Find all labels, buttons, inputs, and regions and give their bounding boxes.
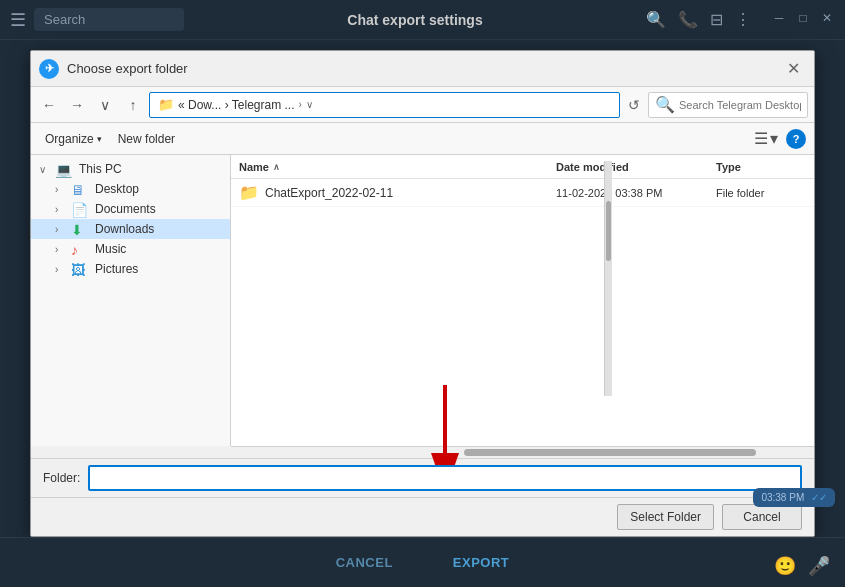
col-type-label: Type xyxy=(716,161,741,173)
documents-icon: 📄 xyxy=(71,202,89,216)
view-icon: ☰ xyxy=(754,129,768,148)
phone-icon[interactable]: 📞 xyxy=(678,10,698,29)
downloads-chevron-icon: › xyxy=(55,224,69,235)
help-button[interactable]: ? xyxy=(786,129,806,149)
file-list: Name ∧ Date modified Type 📁 ChatExport_2… xyxy=(231,155,814,446)
app-topbar: ☰ Search Chat export settings 🔍 📞 ⊟ ⋮ ─ … xyxy=(0,0,845,40)
nav-item-pictures[interactable]: › 🖼 Pictures xyxy=(31,259,230,279)
view-chevron-icon: ▾ xyxy=(770,129,778,148)
app-title: Chat export settings xyxy=(192,12,638,28)
desktop-chevron-icon: › xyxy=(55,184,69,195)
dialog-close-button[interactable]: ✕ xyxy=(781,57,806,80)
nav-item-downloads[interactable]: › ⬇ Downloads xyxy=(31,219,230,239)
app-bottom-bar: CANCEL EXPORT 🙂 🎤 xyxy=(0,537,845,587)
toolbar: Organize ▾ New folder ☰ ▾ ? xyxy=(31,123,814,155)
path-text: « Dow... › Telegram ... xyxy=(178,98,295,112)
nav-item-documents[interactable]: › 📄 Documents xyxy=(31,199,230,219)
file-folder-icon: 📁 xyxy=(239,183,259,202)
desktop-icon: 🖥 xyxy=(71,182,89,196)
nav-dropdown-button[interactable]: ∨ xyxy=(93,93,117,117)
file-type: File folder xyxy=(716,187,806,199)
folder-input-area: Folder: xyxy=(31,458,814,497)
col-name-header: Name ∧ xyxy=(239,161,556,173)
nav-item-this-pc[interactable]: ∨ 💻 This PC xyxy=(31,159,230,179)
dialog-buttons: Select Folder Cancel xyxy=(31,497,814,536)
search-placeholder: Search xyxy=(44,12,85,27)
horizontal-scrollbar[interactable] xyxy=(231,446,814,458)
path-folder-icon: 📁 xyxy=(158,97,174,112)
organize-button[interactable]: Organize ▾ xyxy=(39,130,108,148)
refresh-button[interactable]: ↺ xyxy=(628,97,640,113)
more-icon[interactable]: ⋮ xyxy=(735,10,751,29)
file-row[interactable]: 📁 ChatExport_2022-02-11 11-02-2022 03:38… xyxy=(231,179,814,207)
nav-back-button[interactable]: ← xyxy=(37,93,61,117)
scroll-thumb xyxy=(464,449,756,456)
documents-label: Documents xyxy=(95,202,156,216)
microphone-icon[interactable]: 🎤 xyxy=(808,555,830,577)
emoji-icon[interactable]: 🙂 xyxy=(774,555,796,577)
nav-panel: ∨ 💻 This PC › 🖥 Desktop › 📄 Documents › … xyxy=(31,155,231,446)
search-box-dialog[interactable]: 🔍 xyxy=(648,92,808,118)
downloads-label: Downloads xyxy=(95,222,154,236)
desktop-label: Desktop xyxy=(95,182,139,196)
chat-checkmarks: ✓✓ xyxy=(811,492,827,503)
select-folder-button[interactable]: Select Folder xyxy=(617,504,714,530)
nav-up-button[interactable]: ↑ xyxy=(121,93,145,117)
chat-bubble: 03:38 PM ✓✓ xyxy=(753,488,835,507)
action-icons: 🔍 📞 ⊟ ⋮ xyxy=(646,10,751,29)
pictures-label: Pictures xyxy=(95,262,138,276)
file-date-modified: 11-02-2022 03:38 PM xyxy=(556,187,716,199)
hamburger-icon[interactable]: ☰ xyxy=(10,9,26,31)
file-name: ChatExport_2022-02-11 xyxy=(265,186,556,200)
nav-item-desktop[interactable]: › 🖥 Desktop xyxy=(31,179,230,199)
layout-icon[interactable]: ⊟ xyxy=(710,10,723,29)
this-pc-chevron-icon: ∨ xyxy=(39,164,53,175)
organize-label: Organize xyxy=(45,132,94,146)
col-name-label: Name xyxy=(239,161,269,173)
dialog-title: Choose export folder xyxy=(67,61,781,76)
music-label: Music xyxy=(95,242,126,256)
minimize-button[interactable]: ─ xyxy=(771,10,787,26)
col-date-label: Date modified xyxy=(556,161,629,173)
dialog-titlebar: ✈ Choose export folder ✕ xyxy=(31,51,814,87)
pictures-icon: 🖼 xyxy=(71,262,89,276)
documents-chevron-icon: › xyxy=(55,204,69,215)
search-icon[interactable]: 🔍 xyxy=(646,10,666,29)
path-dropdown-icon[interactable]: ∨ xyxy=(306,99,313,110)
sort-arrow-icon: ∧ xyxy=(273,162,280,172)
dialog-content: ∨ 💻 This PC › 🖥 Desktop › 📄 Documents › … xyxy=(31,155,814,446)
bottom-right-icons: 🙂 🎤 xyxy=(774,555,830,577)
folder-input[interactable] xyxy=(88,465,802,491)
cancel-dialog-button[interactable]: Cancel xyxy=(722,504,802,530)
this-pc-label: This PC xyxy=(79,162,122,176)
folder-label: Folder: xyxy=(43,471,80,485)
nav-forward-button[interactable]: → xyxy=(65,93,89,117)
path-chevron-icon: › xyxy=(299,99,302,110)
search-icon-dialog: 🔍 xyxy=(655,95,675,114)
maximize-button[interactable]: □ xyxy=(795,10,811,26)
col-type-header: Type xyxy=(716,161,806,173)
organize-chevron-icon: ▾ xyxy=(97,134,102,144)
cancel-button[interactable]: CANCEL xyxy=(336,555,393,570)
search-box[interactable]: Search xyxy=(34,8,184,31)
new-folder-label: New folder xyxy=(118,132,175,146)
folder-input-wrapper xyxy=(88,465,802,491)
this-pc-icon: 💻 xyxy=(55,162,73,176)
close-button[interactable]: ✕ xyxy=(819,10,835,26)
address-bar: ← → ∨ ↑ 📁 « Dow... › Telegram ... › ∨ ↺ … xyxy=(31,87,814,123)
view-button[interactable]: ☰ ▾ xyxy=(750,127,782,150)
new-folder-button[interactable]: New folder xyxy=(112,130,181,148)
address-path[interactable]: 📁 « Dow... › Telegram ... › ∨ xyxy=(149,92,620,118)
downloads-icon: ⬇ xyxy=(71,222,89,236)
music-icon: ♪ xyxy=(71,242,89,256)
nav-item-music[interactable]: › ♪ Music xyxy=(31,239,230,259)
chat-time: 03:38 PM xyxy=(761,492,804,503)
file-list-header: Name ∧ Date modified Type xyxy=(231,155,814,179)
music-chevron-icon: › xyxy=(55,244,69,255)
export-button[interactable]: EXPORT xyxy=(453,555,509,570)
file-dialog: ✈ Choose export folder ✕ ← → ∨ ↑ 📁 « Dow… xyxy=(30,50,815,537)
search-input-dialog[interactable] xyxy=(679,99,801,111)
col-date-header: Date modified xyxy=(556,161,716,173)
telegram-icon: ✈ xyxy=(39,59,59,79)
pictures-chevron-icon: › xyxy=(55,264,69,275)
